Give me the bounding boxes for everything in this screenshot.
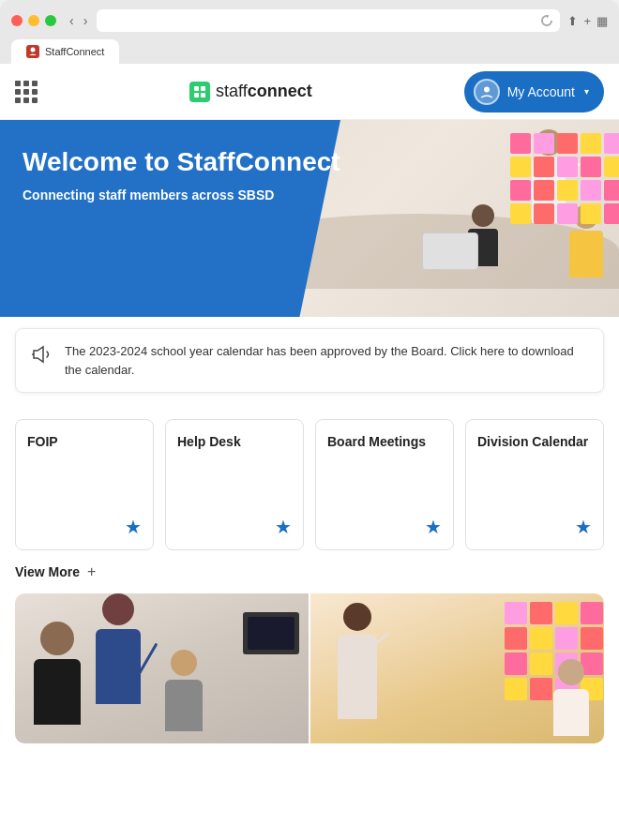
brand-svg-icon bbox=[193, 85, 206, 98]
cards-grid: FOIP ★ Help Desk ★ Board Meetings ★ Divi… bbox=[15, 419, 604, 550]
card-title: Division Calendar bbox=[477, 433, 592, 450]
card-help-desk[interactable]: Help Desk ★ bbox=[165, 419, 304, 550]
nav-controls: ‹ › bbox=[68, 13, 89, 28]
star-icon[interactable]: ★ bbox=[425, 516, 442, 538]
grid-dot bbox=[15, 98, 21, 103]
app-header: staffconnect My Account ▾ bbox=[0, 64, 619, 120]
hero-text: Welcome to StaffConnect Connecting staff… bbox=[0, 120, 363, 229]
app-grid-button[interactable] bbox=[15, 81, 38, 103]
star-icon[interactable]: ★ bbox=[275, 516, 292, 538]
view-more-row[interactable]: View More + bbox=[0, 550, 619, 593]
brand-text: staffconnect bbox=[216, 82, 312, 101]
bottom-image-left bbox=[15, 593, 309, 743]
announcement-text: The 2023-2024 school year calendar has b… bbox=[65, 342, 588, 379]
brand-staff: staff bbox=[216, 82, 248, 100]
card-division-calendar[interactable]: Division Calendar ★ bbox=[465, 419, 604, 550]
close-button[interactable] bbox=[11, 15, 23, 26]
hero-title: Welcome to StaffConnect bbox=[23, 146, 340, 178]
brand-logo: staffconnect bbox=[189, 82, 312, 102]
megaphone-icon bbox=[31, 343, 53, 366]
reload-icon bbox=[541, 15, 552, 26]
card-title: Board Meetings bbox=[327, 433, 442, 450]
grid-dot bbox=[15, 81, 21, 86]
grid-dot bbox=[23, 89, 29, 95]
my-account-button[interactable]: My Account ▾ bbox=[464, 71, 604, 112]
announcement-icon bbox=[31, 343, 53, 370]
star-icon[interactable]: ★ bbox=[575, 516, 592, 538]
tab-overview-button[interactable]: ▦ bbox=[596, 14, 608, 28]
svg-rect-3 bbox=[194, 93, 199, 98]
hero-banner: Welcome to StaffConnect Connecting staff… bbox=[0, 120, 619, 317]
my-account-label: My Account bbox=[507, 84, 575, 99]
chevron-down-icon: ▾ bbox=[584, 86, 589, 97]
grid-dot bbox=[23, 81, 29, 86]
svg-rect-2 bbox=[201, 86, 205, 91]
announcement-bar[interactable]: The 2023-2024 school year calendar has b… bbox=[15, 328, 604, 393]
card-board-meetings[interactable]: Board Meetings ★ bbox=[315, 419, 454, 550]
app-container: staffconnect My Account ▾ bbox=[0, 64, 619, 840]
brand-connect: connect bbox=[248, 82, 312, 100]
card-title: FOIP bbox=[27, 433, 142, 450]
grid-dot bbox=[32, 81, 38, 86]
maximize-button[interactable] bbox=[45, 15, 56, 26]
minimize-button[interactable] bbox=[28, 15, 39, 26]
svg-point-0 bbox=[31, 48, 36, 52]
tab-label: StaffConnect bbox=[45, 46, 104, 57]
bottom-image-right bbox=[310, 593, 604, 743]
view-more-plus-icon: + bbox=[87, 563, 96, 580]
star-icon[interactable]: ★ bbox=[125, 516, 142, 538]
traffic-lights bbox=[11, 15, 56, 26]
grid-dot bbox=[15, 89, 21, 95]
hero-subtitle: Connecting staff members across SBSD bbox=[23, 188, 340, 202]
svg-rect-4 bbox=[201, 93, 205, 98]
cards-section: FOIP ★ Help Desk ★ Board Meetings ★ Divi… bbox=[0, 404, 619, 550]
tab-favicon bbox=[26, 45, 39, 58]
favicon-icon bbox=[28, 47, 38, 56]
grid-dot bbox=[23, 98, 29, 103]
new-tab-button[interactable]: + bbox=[583, 14, 591, 28]
back-button[interactable]: ‹ bbox=[68, 13, 76, 28]
bottom-image-strip bbox=[15, 593, 604, 743]
brand-icon bbox=[189, 82, 210, 102]
forward-button[interactable]: › bbox=[82, 13, 90, 28]
card-title: Help Desk bbox=[177, 433, 292, 450]
user-icon bbox=[479, 84, 494, 99]
svg-point-5 bbox=[484, 86, 490, 92]
svg-rect-1 bbox=[194, 86, 199, 91]
browser-actions: ⬆ + ▦ bbox=[567, 14, 608, 28]
active-tab[interactable]: StaffConnect bbox=[11, 39, 119, 64]
browser-tabs: StaffConnect bbox=[11, 39, 608, 64]
share-button[interactable]: ⬆ bbox=[567, 14, 578, 28]
browser-chrome: ‹ › ⬆ + ▦ StaffConnect bbox=[0, 0, 619, 64]
view-more-label: View More bbox=[15, 564, 80, 579]
card-foip[interactable]: FOIP ★ bbox=[15, 419, 154, 550]
url-bar[interactable] bbox=[97, 9, 560, 32]
avatar bbox=[474, 79, 500, 105]
grid-dot bbox=[32, 98, 38, 103]
grid-dot bbox=[32, 89, 38, 95]
